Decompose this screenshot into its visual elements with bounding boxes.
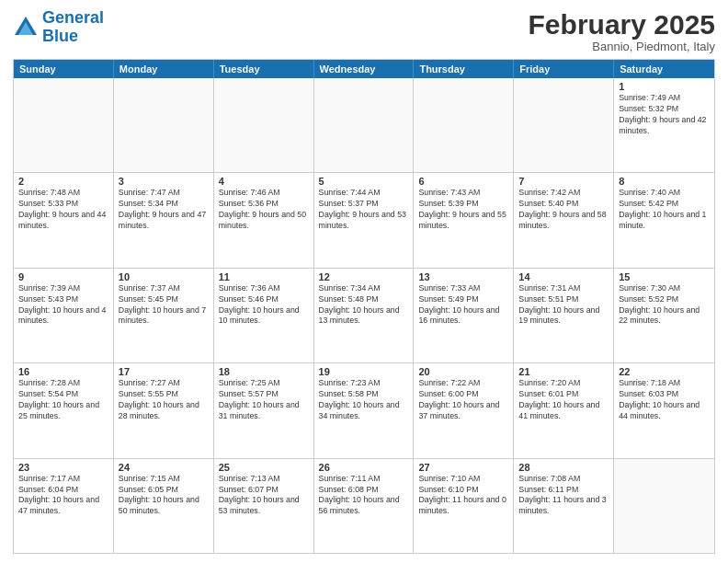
- day-info: Sunrise: 7:10 AM Sunset: 6:10 PM Dayligh…: [418, 474, 508, 518]
- day-cell-8: 8Sunrise: 7:40 AM Sunset: 5:42 PM Daylig…: [614, 173, 714, 267]
- day-number: 17: [119, 366, 209, 377]
- day-info: Sunrise: 7:30 AM Sunset: 5:52 PM Dayligh…: [619, 283, 710, 327]
- day-cell-24: 24Sunrise: 7:15 AM Sunset: 6:05 PM Dayli…: [114, 459, 214, 553]
- page: General Blue February 2025 Bannio, Piedm…: [0, 0, 728, 563]
- day-cell-10: 10Sunrise: 7:37 AM Sunset: 5:45 PM Dayli…: [114, 269, 214, 362]
- title-block: February 2025 Bannio, Piedmont, Italy: [529, 9, 715, 53]
- day-info: Sunrise: 7:33 AM Sunset: 5:49 PM Dayligh…: [418, 283, 508, 327]
- day-info: Sunrise: 7:48 AM Sunset: 5:33 PM Dayligh…: [18, 188, 108, 232]
- day-cell-23: 23Sunrise: 7:17 AM Sunset: 6:04 PM Dayli…: [14, 459, 114, 553]
- day-info: Sunrise: 7:18 AM Sunset: 6:03 PM Dayligh…: [619, 378, 710, 422]
- day-cell-21: 21Sunrise: 7:20 AM Sunset: 6:01 PM Dayli…: [514, 363, 614, 457]
- day-info: Sunrise: 7:39 AM Sunset: 5:43 PM Dayligh…: [18, 283, 108, 327]
- calendar-week-1: 1Sunrise: 7:49 AM Sunset: 5:32 PM Daylig…: [14, 78, 714, 173]
- header-day-sunday: Sunday: [14, 60, 114, 78]
- day-cell-17: 17Sunrise: 7:27 AM Sunset: 5:55 PM Dayli…: [114, 363, 214, 457]
- day-cell-20: 20Sunrise: 7:22 AM Sunset: 6:00 PM Dayli…: [414, 363, 514, 457]
- day-number: 22: [619, 366, 710, 377]
- day-info: Sunrise: 7:20 AM Sunset: 6:01 PM Dayligh…: [518, 378, 609, 422]
- day-info: Sunrise: 7:08 AM Sunset: 6:11 PM Dayligh…: [518, 474, 609, 518]
- calendar-week-4: 16Sunrise: 7:28 AM Sunset: 5:54 PM Dayli…: [14, 363, 714, 458]
- day-number: 9: [18, 271, 108, 282]
- calendar-week-3: 9Sunrise: 7:39 AM Sunset: 5:43 PM Daylig…: [14, 269, 714, 363]
- day-number: 21: [518, 366, 609, 377]
- calendar-week-5: 23Sunrise: 7:17 AM Sunset: 6:04 PM Dayli…: [14, 459, 714, 553]
- day-number: 2: [18, 176, 108, 187]
- day-info: Sunrise: 7:23 AM Sunset: 5:58 PM Dayligh…: [319, 378, 409, 422]
- day-number: 19: [319, 366, 409, 377]
- day-cell-2: 2Sunrise: 7:48 AM Sunset: 5:33 PM Daylig…: [14, 173, 114, 267]
- empty-cell: [414, 78, 514, 172]
- month-title: February 2025: [529, 9, 715, 40]
- day-info: Sunrise: 7:34 AM Sunset: 5:48 PM Dayligh…: [319, 283, 409, 327]
- day-number: 6: [418, 176, 508, 187]
- day-cell-27: 27Sunrise: 7:10 AM Sunset: 6:10 PM Dayli…: [414, 459, 514, 553]
- header-day-friday: Friday: [514, 60, 614, 78]
- day-info: Sunrise: 7:40 AM Sunset: 5:42 PM Dayligh…: [619, 188, 710, 232]
- day-number: 23: [18, 462, 108, 473]
- day-number: 10: [119, 271, 209, 282]
- day-cell-18: 18Sunrise: 7:25 AM Sunset: 5:57 PM Dayli…: [214, 363, 314, 457]
- day-info: Sunrise: 7:15 AM Sunset: 6:05 PM Dayligh…: [119, 474, 209, 518]
- day-cell-16: 16Sunrise: 7:28 AM Sunset: 5:54 PM Dayli…: [14, 363, 114, 457]
- day-cell-14: 14Sunrise: 7:31 AM Sunset: 5:51 PM Dayli…: [514, 269, 614, 362]
- day-number: 15: [619, 271, 710, 282]
- day-number: 5: [319, 176, 409, 187]
- day-number: 11: [219, 271, 309, 282]
- empty-cell: [514, 78, 614, 172]
- day-cell-7: 7Sunrise: 7:42 AM Sunset: 5:40 PM Daylig…: [514, 173, 614, 267]
- day-number: 26: [319, 462, 409, 473]
- logo-general: General: [42, 8, 104, 27]
- day-info: Sunrise: 7:31 AM Sunset: 5:51 PM Dayligh…: [518, 283, 609, 327]
- day-number: 4: [219, 176, 309, 187]
- logo-icon: [13, 15, 39, 40]
- day-info: Sunrise: 7:44 AM Sunset: 5:37 PM Dayligh…: [319, 188, 409, 232]
- empty-cell: [214, 78, 314, 172]
- day-info: Sunrise: 7:46 AM Sunset: 5:36 PM Dayligh…: [219, 188, 309, 232]
- day-number: 24: [119, 462, 209, 473]
- day-info: Sunrise: 7:47 AM Sunset: 5:34 PM Dayligh…: [119, 188, 209, 232]
- day-number: 13: [418, 271, 508, 282]
- day-cell-28: 28Sunrise: 7:08 AM Sunset: 6:11 PM Dayli…: [514, 459, 614, 553]
- empty-cell: [14, 78, 114, 172]
- day-info: Sunrise: 7:13 AM Sunset: 6:07 PM Dayligh…: [219, 474, 309, 518]
- day-cell-5: 5Sunrise: 7:44 AM Sunset: 5:37 PM Daylig…: [314, 173, 415, 267]
- day-cell-13: 13Sunrise: 7:33 AM Sunset: 5:49 PM Dayli…: [414, 269, 514, 362]
- calendar-header: SundayMondayTuesdayWednesdayThursdayFrid…: [14, 60, 714, 78]
- location-subtitle: Bannio, Piedmont, Italy: [529, 40, 715, 53]
- empty-cell: [314, 78, 415, 172]
- day-info: Sunrise: 7:43 AM Sunset: 5:39 PM Dayligh…: [418, 188, 508, 232]
- day-number: 3: [119, 176, 209, 187]
- day-number: 7: [518, 176, 609, 187]
- day-number: 14: [518, 271, 609, 282]
- day-info: Sunrise: 7:37 AM Sunset: 5:45 PM Dayligh…: [119, 283, 209, 327]
- header-day-wednesday: Wednesday: [314, 60, 415, 78]
- empty-cell: [114, 78, 214, 172]
- day-info: Sunrise: 7:49 AM Sunset: 5:32 PM Dayligh…: [619, 93, 710, 137]
- day-number: 16: [18, 366, 108, 377]
- header: General Blue February 2025 Bannio, Piedm…: [13, 9, 715, 53]
- day-cell-1: 1Sunrise: 7:49 AM Sunset: 5:32 PM Daylig…: [614, 78, 714, 172]
- header-day-thursday: Thursday: [414, 60, 514, 78]
- day-cell-9: 9Sunrise: 7:39 AM Sunset: 5:43 PM Daylig…: [14, 269, 114, 362]
- day-cell-4: 4Sunrise: 7:46 AM Sunset: 5:36 PM Daylig…: [214, 173, 314, 267]
- logo-blue: Blue: [42, 27, 78, 45]
- day-cell-3: 3Sunrise: 7:47 AM Sunset: 5:34 PM Daylig…: [114, 173, 214, 267]
- logo-text: General Blue: [42, 9, 104, 46]
- day-number: 28: [518, 462, 609, 473]
- day-number: 12: [319, 271, 409, 282]
- calendar-week-2: 2Sunrise: 7:48 AM Sunset: 5:33 PM Daylig…: [14, 173, 714, 268]
- day-number: 8: [619, 176, 710, 187]
- header-day-tuesday: Tuesday: [214, 60, 314, 78]
- day-info: Sunrise: 7:28 AM Sunset: 5:54 PM Dayligh…: [18, 378, 108, 422]
- calendar-body: 1Sunrise: 7:49 AM Sunset: 5:32 PM Daylig…: [14, 78, 714, 553]
- day-cell-11: 11Sunrise: 7:36 AM Sunset: 5:46 PM Dayli…: [214, 269, 314, 362]
- day-number: 25: [219, 462, 309, 473]
- day-cell-15: 15Sunrise: 7:30 AM Sunset: 5:52 PM Dayli…: [614, 269, 714, 362]
- day-number: 18: [219, 366, 309, 377]
- day-info: Sunrise: 7:25 AM Sunset: 5:57 PM Dayligh…: [219, 378, 309, 422]
- day-number: 20: [418, 366, 508, 377]
- day-cell-12: 12Sunrise: 7:34 AM Sunset: 5:48 PM Dayli…: [314, 269, 415, 362]
- day-number: 27: [418, 462, 508, 473]
- day-cell-25: 25Sunrise: 7:13 AM Sunset: 6:07 PM Dayli…: [214, 459, 314, 553]
